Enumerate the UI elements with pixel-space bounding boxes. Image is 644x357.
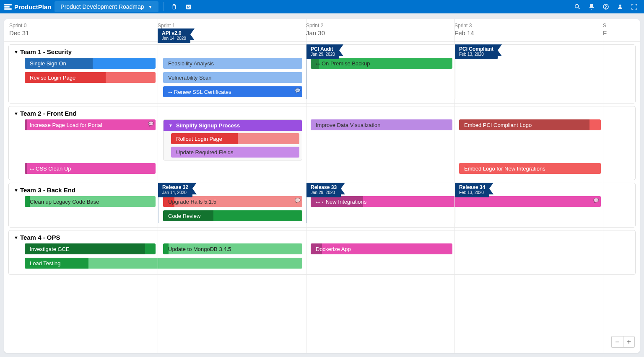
- roadmap-bar[interactable]: Update Required Fields: [171, 147, 299, 158]
- sprint-marker: Sprint 0Dec 31: [9, 23, 29, 36]
- svg-text:P: P: [187, 5, 190, 9]
- zoom-out-button[interactable]: −: [611, 336, 623, 348]
- roadmap-bar[interactable]: Embed Logo for New Integrations: [459, 163, 601, 174]
- roadmap-bar[interactable]: Feasibility Analysis: [163, 58, 302, 69]
- milestone-flag[interactable]: API v2.0Jan 14, 2020: [158, 28, 190, 43]
- milestone-flag[interactable]: PCI CompliantFeb 13, 2020: [455, 44, 498, 59]
- chevron-down-icon: ▼: [14, 188, 18, 193]
- roadmap-selector[interactable]: Product Development Roadmap ▼: [55, 1, 158, 12]
- milestone-flag[interactable]: Release 33Jan 29, 2020: [306, 183, 341, 197]
- timeline-header: Sprint 0Dec 31Sprint 1Jan 14Sprint 2Jan …: [4, 19, 640, 42]
- roadmap-bar[interactable]: Vulnerability Scan: [163, 72, 302, 83]
- roadmap-bar[interactable]: Single Sign On: [25, 58, 156, 69]
- bell-icon[interactable]: [586, 1, 597, 12]
- svg-point-4: [575, 5, 579, 8]
- roadmap-bar[interactable]: Revise Login Page: [25, 72, 156, 83]
- top-navbar: ProductPlan Product Development Roadmap …: [0, 0, 644, 13]
- roadmap-bar[interactable]: Investigate GCE: [25, 243, 156, 254]
- lane-header[interactable]: ▼Team 2 - Front End: [9, 106, 635, 119]
- help-icon[interactable]: [600, 1, 611, 12]
- roadmap-bar[interactable]: Rollout Login Page: [171, 133, 299, 144]
- sprint-marker: Sprint 2Jan 30: [306, 23, 325, 36]
- swimlane: ▼Team 4 - OPSInvestigate GCEUpdate to Mo…: [8, 230, 636, 275]
- lanes-container: ▼Team 1 - SecurityPCI AuditJan 29, 2020P…: [4, 42, 640, 353]
- milestone-flag[interactable]: PCI AuditJan 29, 2020: [306, 44, 339, 59]
- comment-icon[interactable]: 💬: [295, 198, 301, 203]
- chevron-down-icon: ▼: [14, 111, 18, 116]
- swimlane: ▼Team 3 - Back EndRelease 32Jan 14, 2020…: [8, 183, 636, 228]
- roadmap-bar[interactable]: Improve Data Visualization: [311, 119, 452, 130]
- roadmap-bar[interactable]: Clean up Legacy Code Base: [25, 196, 156, 207]
- milestone-flag[interactable]: Release 34Feb 13, 2020: [455, 183, 489, 197]
- lane-header[interactable]: ▼Team 4 - OPS: [9, 230, 635, 243]
- roadmap-bar[interactable]: Load Testing: [25, 258, 302, 269]
- brand-logo[interactable]: ProductPlan: [4, 3, 51, 10]
- logo-icon: [4, 3, 12, 10]
- roadmap-bar[interactable]: Upgrade Rails 5.1.5💬: [163, 196, 302, 207]
- chevron-down-icon: ▼: [14, 235, 18, 240]
- roadmap-name: Product Development Roadmap: [60, 3, 144, 10]
- roadmap-bar[interactable]: ⊶›New Integrations💬: [311, 196, 601, 207]
- container-bar[interactable]: ▼Simplify Signup ProcessRollout Login Pa…: [163, 119, 302, 160]
- sprint-marker: Sprint 3Feb 14: [454, 23, 474, 36]
- zoom-in-button[interactable]: +: [623, 336, 635, 348]
- roadmap-board: Sprint 0Dec 31Sprint 1Jan 14Sprint 2Jan …: [4, 19, 640, 353]
- clipboard-icon[interactable]: [169, 1, 180, 12]
- roadmap-bar[interactable]: Increase Page Load for Portal💬: [25, 119, 156, 130]
- milestone-flag[interactable]: Release 32Jan 14, 2020: [158, 183, 192, 197]
- svg-point-7: [605, 8, 606, 8]
- chevron-down-icon: ▼: [14, 49, 18, 54]
- search-icon[interactable]: [572, 1, 583, 12]
- swimlane: ▼Team 1 - SecurityPCI AuditJan 29, 2020P…: [8, 44, 636, 103]
- roadmap-bar[interactable]: ⊶On Premise Backup: [311, 58, 452, 69]
- fullscreen-icon[interactable]: [629, 1, 640, 12]
- roadmap-bar[interactable]: ⊶CSS Clean Up: [25, 163, 156, 174]
- svg-point-8: [619, 5, 621, 7]
- user-icon[interactable]: [615, 1, 626, 12]
- comment-icon[interactable]: 💬: [295, 88, 301, 93]
- roadmap-bar[interactable]: ⊶Renew SSL Certificates💬: [163, 86, 302, 97]
- sprint-marker: SF: [603, 23, 607, 36]
- brand-name: ProductPlan: [14, 3, 51, 10]
- svg-line-5: [578, 8, 579, 9]
- zoom-controls: − +: [611, 336, 635, 348]
- roadmap-bar[interactable]: Dockerize App: [311, 243, 452, 254]
- parking-icon[interactable]: P: [183, 1, 194, 12]
- comment-icon[interactable]: 💬: [593, 198, 599, 203]
- roadmap-bar[interactable]: Embed PCI Compliant Logo: [459, 119, 601, 130]
- divider: [164, 2, 164, 11]
- swimlane: ▼Team 2 - Front EndIncrease Page Load fo…: [8, 106, 636, 180]
- roadmap-bar[interactable]: Code Review: [163, 210, 302, 221]
- caret-down-icon: ▼: [148, 5, 153, 9]
- roadmap-bar[interactable]: Update to MongoDB 3.4.5: [163, 243, 302, 254]
- comment-icon[interactable]: 💬: [148, 121, 154, 127]
